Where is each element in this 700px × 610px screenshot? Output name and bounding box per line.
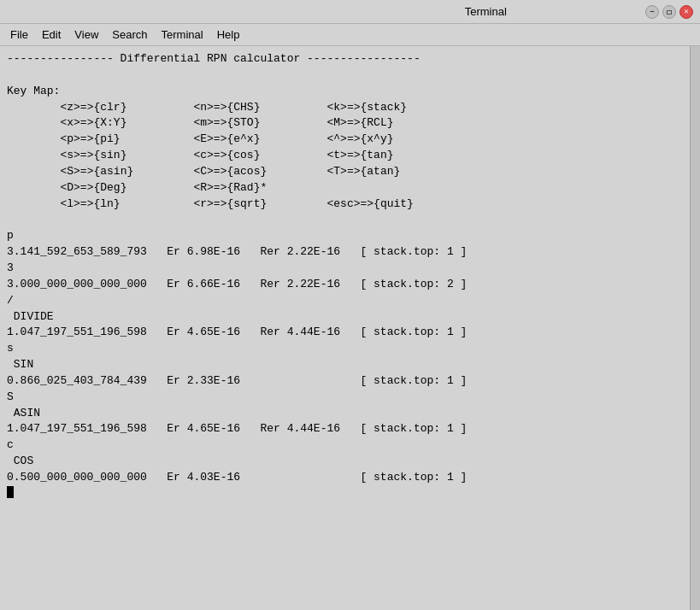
terminal-body[interactable]: ---------------- Differential RPN calcul… [0,46,690,610]
title-bar: Terminal – ◻ ✕ [0,0,700,24]
menu-item-terminal[interactable]: Terminal [155,26,210,43]
menu-item-file[interactable]: File [3,26,35,43]
terminal-output: ---------------- Differential RPN calcul… [7,51,683,486]
terminal-window: Terminal – ◻ ✕ FileEditViewSearchTermina… [0,0,700,610]
maximize-button[interactable]: ◻ [662,5,676,19]
cursor-line [7,486,683,498]
menu-bar: FileEditViewSearchTerminalHelp [0,24,700,46]
terminal-content-area: ---------------- Differential RPN calcul… [0,46,700,610]
window-controls: – ◻ ✕ [645,5,693,19]
window-title: Terminal [326,5,646,18]
menu-item-edit[interactable]: Edit [35,26,68,43]
menu-item-search[interactable]: Search [105,26,154,43]
scrollbar[interactable] [690,46,700,610]
close-button[interactable]: ✕ [679,5,693,19]
terminal-cursor [7,486,14,498]
menu-item-view[interactable]: View [68,26,105,43]
menu-item-help[interactable]: Help [210,26,247,43]
minimize-button[interactable]: – [645,5,659,19]
